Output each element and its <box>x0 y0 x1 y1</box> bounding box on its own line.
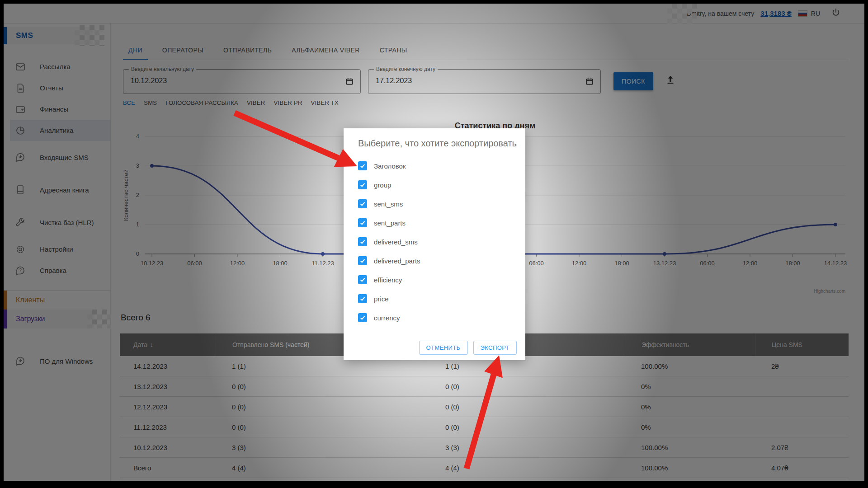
channel-filter-viber[interactable]: VIBER <box>247 99 265 106</box>
ru-flag-icon <box>798 10 807 17</box>
checkbox-checked-icon[interactable] <box>358 218 367 227</box>
sidebar-link-clients[interactable]: Клиенты <box>4 291 110 310</box>
sidebar-item-label: Адресная книга <box>40 185 96 195</box>
sidebar-section-title: SMS <box>16 31 33 40</box>
table-cell <box>755 376 849 396</box>
table-cell: 0 (0) <box>216 417 425 437</box>
calendar-icon[interactable] <box>345 77 354 88</box>
sidebar-links: КлиентыЗагрузки <box>4 291 110 328</box>
help-icon: ? <box>15 265 26 276</box>
svg-text:18:00: 18:00 <box>785 260 800 267</box>
top-bar: Dmitry, на вашем счету 31,3183 ₴ RU <box>4 4 864 23</box>
tab-альфаимена-viber[interactable]: АЛЬФАИМЕНА VIBER <box>286 42 365 60</box>
table-row: 10.12.20233 (3)3 (3)100.00%2.07₴ <box>120 437 849 458</box>
pixel-decoration <box>87 310 112 328</box>
checkbox-checked-icon[interactable] <box>358 275 367 284</box>
start-date-label: Введите начальную дату <box>129 66 196 72</box>
checkbox-checked-icon[interactable] <box>358 199 367 208</box>
column-header-1[interactable]: Дата↓ <box>120 333 216 356</box>
export-option-label: efficiency <box>374 276 402 284</box>
svg-text:06:00: 06:00 <box>529 260 544 267</box>
export-option-label: delivered_sms <box>374 238 418 246</box>
sidebar-item-аналитика[interactable]: Аналитика <box>10 120 110 141</box>
channel-filter-bar: ВСЕSMSГОЛОСОВАЯ РАССЫЛКАVIBERVIBER PRVIB… <box>123 99 339 106</box>
export-option-price[interactable]: price <box>358 289 516 308</box>
svg-text:2: 2 <box>136 192 139 198</box>
sidebar-item-рассылка[interactable]: Рассылка <box>4 56 110 77</box>
svg-text:Highcharts.com: Highcharts.com <box>814 289 845 294</box>
checkbox-checked-icon[interactable] <box>358 180 367 189</box>
channel-filter-голосовая-рассылка[interactable]: ГОЛОСОВАЯ РАССЫЛКА <box>165 99 238 106</box>
svg-text:Количество частей: Количество частей <box>123 169 129 221</box>
table-cell: 3 (3) <box>216 437 425 457</box>
export-option-group[interactable]: group <box>358 175 516 194</box>
channel-filter-все[interactable]: ВСЕ <box>123 99 135 106</box>
export-upload-icon[interactable] <box>665 74 676 88</box>
table-cell: 0% <box>625 417 755 437</box>
table-cell: 0% <box>625 376 755 396</box>
table-cell: 2.07₴ <box>755 437 849 457</box>
wallet-icon <box>15 104 26 115</box>
export-option-efficiency[interactable]: efficiency <box>358 270 516 289</box>
tab-страны[interactable]: СТРАНЫ <box>374 42 413 60</box>
checkbox-checked-icon[interactable] <box>358 237 367 246</box>
table-cell: 100.00% <box>625 356 755 376</box>
table-cell: Всего <box>120 458 216 478</box>
calendar-icon[interactable] <box>585 77 594 88</box>
end-date-field[interactable]: Введите конечную дату 17.12.2023 <box>368 69 601 94</box>
tab-операторы[interactable]: ОПЕРАТОРЫ <box>157 42 209 60</box>
export-option-sent_sms[interactable]: sent_sms <box>358 194 516 213</box>
channel-filter-sms[interactable]: SMS <box>144 99 157 106</box>
sidebar-item-label: Финансы <box>40 104 96 114</box>
sidebar-link-downloads[interactable]: Загрузки <box>4 310 94 328</box>
wrench-icon <box>15 217 26 228</box>
language-label[interactable]: RU <box>811 10 820 17</box>
balance-link[interactable]: 31,3183 ₴ <box>760 9 791 17</box>
tab-дни[interactable]: ДНИ <box>123 42 148 60</box>
export-option-label: currency <box>374 314 400 322</box>
checkbox-checked-icon[interactable] <box>358 294 367 303</box>
channel-filter-viber-pr[interactable]: VIBER PR <box>274 99 302 106</box>
export-button[interactable]: ЭКСПОРТ <box>473 341 517 355</box>
end-date-value[interactable]: 17.12.2023 <box>376 77 412 85</box>
sidebar-item-входящие-sms[interactable]: Входящие SMS <box>4 141 110 174</box>
table-cell: 0 (0) <box>425 397 625 417</box>
sidebar-section-sms[interactable]: SMS <box>4 27 93 44</box>
table-cell <box>755 417 849 437</box>
checkbox-checked-icon[interactable] <box>358 256 367 265</box>
sidebar-item-label: Справка <box>40 266 96 275</box>
sidebar-item-label: Настройки <box>40 244 96 254</box>
sort-descending-icon[interactable]: ↓ <box>150 341 153 348</box>
svg-text:14.12.23: 14.12.23 <box>824 260 847 267</box>
export-option-label: Заголовок <box>374 162 406 170</box>
table-row: 13.12.20230 (0)0 (0)0% <box>120 376 849 397</box>
start-date-field[interactable]: Введите начальную дату 10.12.2023 <box>123 69 361 94</box>
sidebar-item-чистка-баз-hlr-[interactable]: Чистка баз (HLR) <box>4 206 110 239</box>
start-date-value[interactable]: 10.12.2023 <box>131 77 167 85</box>
power-icon[interactable] <box>831 8 841 19</box>
svg-text:06:00: 06:00 <box>187 260 202 267</box>
export-option-currency[interactable]: currency <box>358 308 516 327</box>
sidebar-item-label: ПО для Windows <box>40 357 96 366</box>
sidebar-item-label: Чистка баз (HLR) <box>40 218 96 227</box>
sidebar-item-настройки[interactable]: Настройки <box>4 239 110 260</box>
sidebar-item-финансы[interactable]: Финансы <box>4 99 110 120</box>
svg-text:18:00: 18:00 <box>614 260 629 267</box>
export-option-delivered_parts[interactable]: delivered_parts <box>358 251 516 270</box>
sidebar-item-справка[interactable]: ?Справка <box>4 260 110 281</box>
sidebar-item-адресная-книга[interactable]: Адресная книга <box>4 174 110 206</box>
export-option-sent_parts[interactable]: sent_parts <box>358 213 516 232</box>
cancel-button[interactable]: ОТМЕНИТЬ <box>419 341 468 355</box>
search-button[interactable]: ПОИСК <box>613 72 653 90</box>
sidebar-item-отчеты[interactable]: Отчеты <box>4 77 110 99</box>
table-caption: Всего 6 <box>121 313 151 323</box>
export-option-заголовок[interactable]: Заголовок <box>358 156 516 175</box>
sidebar-item-po-dlya-windows[interactable]: ПО для Windows <box>4 345 110 377</box>
channel-filter-viber-tx[interactable]: VIBER TX <box>311 99 339 106</box>
checkbox-checked-icon[interactable] <box>358 161 367 170</box>
export-option-delivered_sms[interactable]: delivered_sms <box>358 232 516 251</box>
checkbox-checked-icon[interactable] <box>358 313 367 322</box>
book-icon <box>15 184 26 195</box>
table-cell: 10.12.2023 <box>120 437 216 457</box>
tab-отправитель[interactable]: ОТПРАВИТЕЛЬ <box>218 42 277 60</box>
